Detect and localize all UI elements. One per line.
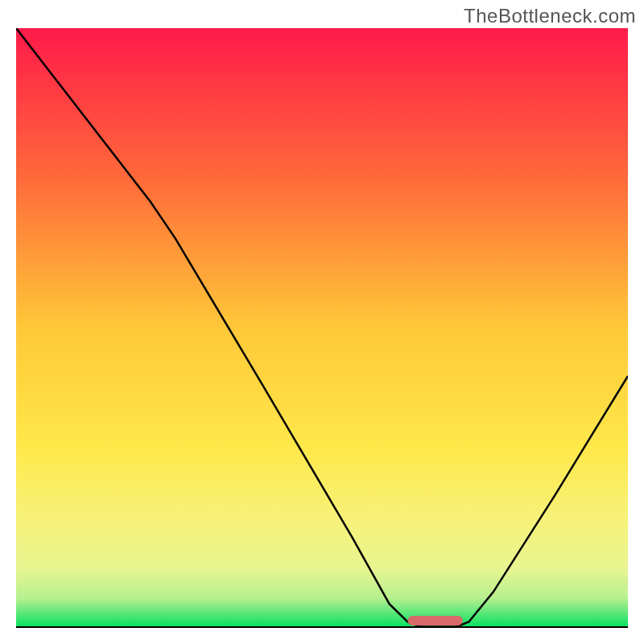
watermark-text: TheBottleneck.com bbox=[464, 5, 636, 27]
optimal-marker bbox=[407, 616, 462, 625]
gradient-background bbox=[16, 28, 628, 628]
chart-svg bbox=[16, 28, 628, 628]
bottleneck-chart bbox=[16, 28, 628, 628]
